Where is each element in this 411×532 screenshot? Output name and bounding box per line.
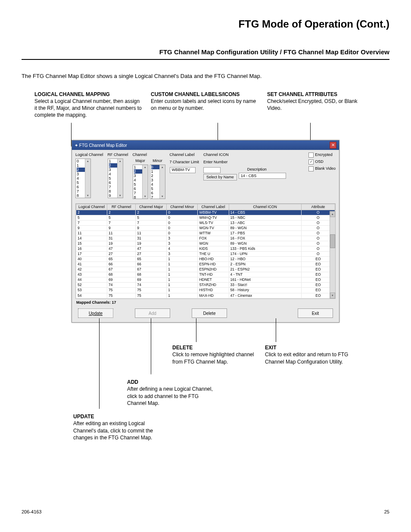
intro-text: The FTG Channel Map Editor shows a singl… <box>22 73 389 80</box>
select-by-name-button[interactable]: Select by Name <box>203 174 237 181</box>
table-row[interactable]: 1519193WGN89 - WGNO <box>76 241 335 246</box>
channel-label-input[interactable]: WBBM-TV <box>170 167 196 173</box>
section-title: FTG Channel Map Configuration Utility / … <box>22 48 389 60</box>
icon-number-input[interactable] <box>203 167 221 173</box>
footer-left: 206-4163 <box>22 509 42 515</box>
table-row[interactable]: 4065651HBO-HD12 - HBOEO <box>76 257 335 262</box>
icon-desc-input[interactable]: 14 - CBS <box>239 173 286 179</box>
table-row[interactable]: 4469691HDNET161 - HDNetEO <box>76 277 335 283</box>
callout-exit: EXIT Click to exit editor and return to … <box>265 344 355 365</box>
rf-channel-group: RF Channel 12345678910▴▾ <box>108 152 128 198</box>
table-row[interactable]: 5550WMAQ-TV15 - NBCO <box>76 215 335 220</box>
add-button[interactable]: Add <box>135 308 170 318</box>
table-row[interactable]: 1431313FOX16 - FOXO <box>76 236 335 241</box>
table-row[interactable]: 5274741STARZHD33 - Starz!EO <box>76 283 335 288</box>
table-row[interactable]: 4166661ESPN-HD2 - ESPNEO <box>76 262 335 267</box>
down-arrow-icon[interactable]: ▾ <box>330 292 335 299</box>
callout-add: ADD After defining a new Logical Channel… <box>127 379 218 407</box>
table-row[interactable]: 4368681TNT-HD4 - TNTEO <box>76 272 335 277</box>
table-row[interactable]: 7770WLS-TV13 - ABCO <box>76 220 335 225</box>
down-arrow-icon[interactable]: ▾ <box>160 194 165 199</box>
table-row[interactable]: 9990WGN-TV89 - WGNO <box>76 225 335 230</box>
table-row[interactable]: 1647474KIDS133 - PBS KidsO <box>76 246 335 252</box>
callout-delete: DELETE Click to remove highlighted chann… <box>172 344 254 365</box>
delete-button[interactable]: Delete <box>192 308 227 318</box>
page-footer: 206-4163 25 <box>22 509 389 515</box>
scroll-thumb[interactable] <box>330 234 335 248</box>
logical-channel-list[interactable]: 0123456789▴▾ <box>75 159 91 198</box>
table-row[interactable]: 5375751HISTHD58 - HistoryEO <box>76 288 335 293</box>
mapped-count: Mapped Channels: 17 <box>76 300 335 305</box>
up-arrow-icon[interactable]: ▴ <box>330 211 335 217</box>
table-row[interactable]: 5475751MAX-HD47 - CinemaxEO <box>76 293 335 298</box>
up-arrow-icon[interactable]: ▴ <box>85 159 90 163</box>
up-arrow-icon[interactable]: ▴ <box>118 159 123 163</box>
down-arrow-icon[interactable]: ▾ <box>143 194 148 199</box>
titlebar: ✦ FTG Channel Map Editor ✕ <box>72 140 339 150</box>
table-row[interactable]: 1111110WTTW17 - PBSO <box>76 230 335 236</box>
up-arrow-icon[interactable]: ▴ <box>160 165 165 169</box>
update-button[interactable]: Update <box>78 308 113 318</box>
callout-update: UPDATE After editing an existing Logical… <box>73 413 159 441</box>
minor-list[interactable]: 012345678▴▾ <box>150 165 165 199</box>
blank-video-checkbox[interactable]: Blank Video <box>308 166 336 171</box>
callout-custom-labels: CUSTOM CHANNEL LABELS/ICONS Enter custom… <box>151 91 258 119</box>
encrypted-checkbox[interactable]: Encrypted <box>308 152 336 158</box>
channel-map-table-wrap: Logical ChannelRF ChannelChannel MajorCh… <box>75 203 336 299</box>
osd-checkbox[interactable]: ✓ OSD <box>308 159 336 165</box>
close-icon[interactable]: ✕ <box>330 142 336 149</box>
callout-set-attributes: SET CHANNEL ATTRIBUTES Check/select Encr… <box>267 91 362 119</box>
channel-label-group: Channel Label 7 Character Limit WBBM-TV <box>170 152 199 173</box>
checkbox-icon: ✓ <box>308 159 314 165</box>
down-arrow-icon[interactable]: ▾ <box>85 193 90 198</box>
up-arrow-icon[interactable]: ▴ <box>143 165 148 169</box>
channel-group: Channel Major 123456789▴▾ Minor 01234567… <box>133 152 165 199</box>
table-row[interactable]: 2220WBBM-TV14 - CBSO <box>76 210 335 215</box>
table-scrollbar[interactable]: ▴ ▾ <box>330 211 335 299</box>
table-row[interactable]: 4267671ESPN2HD21 - ESPN2EO <box>76 267 335 272</box>
checkbox-icon <box>308 166 314 171</box>
editor-window: ✦ FTG Channel Map Editor ✕ Logical Chann… <box>72 140 339 323</box>
channel-map-table[interactable]: Logical ChannelRF ChannelChannel MajorCh… <box>76 204 335 299</box>
exit-button[interactable]: Exit <box>298 308 333 318</box>
callout-logical-mapping: LOGICAL CHANNEL MAPPING Select a Logical… <box>34 91 142 119</box>
channel-icon-group: Channel ICON Enter Number Select by Name… <box>203 152 286 180</box>
page-title: FTG Mode of Operation (Cont.) <box>22 17 389 31</box>
footer-page-number: 25 <box>384 509 389 515</box>
down-arrow-icon[interactable]: ▾ <box>118 193 123 198</box>
attributes-group: Encrypted ✓ OSD Blank Video <box>308 152 336 171</box>
table-row[interactable]: 1727273THE U174 - UPNO <box>76 252 335 257</box>
rf-channel-list[interactable]: 12345678910▴▾ <box>108 159 123 198</box>
logical-channel-group: Logical Channel 0123456789▴▾ <box>75 152 103 198</box>
major-list[interactable]: 123456789▴▾ <box>133 165 148 199</box>
checkbox-icon <box>308 152 314 158</box>
